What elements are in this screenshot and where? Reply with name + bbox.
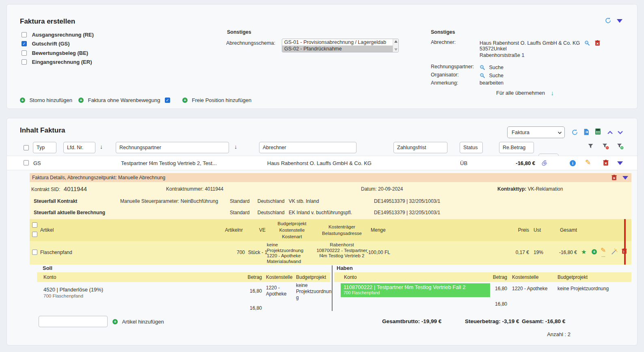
delete-abrechner-icon[interactable] (595, 40, 600, 46)
edit-article-icon[interactable]: ✎ (601, 247, 606, 253)
article-select-all-checkbox-2[interactable] (32, 232, 37, 237)
col-ve: VE (259, 227, 266, 233)
sort-down-icon[interactable]: ↓ (234, 143, 237, 150)
row-rebetrag: -16,80 € (495, 160, 535, 166)
refresh-icon[interactable] (605, 17, 612, 24)
scroll-up-icon[interactable] (394, 40, 398, 43)
kontrakt-sid: Kontrakt SID: 4011944 (31, 185, 87, 193)
export-icon[interactable] (583, 128, 590, 135)
steuerfall-param: Manuelle Steuerparameter: Nein (120, 198, 190, 204)
invoice-row[interactable]: GS Testpartner f4m Testlog Vertrieb 2, T… (7, 156, 637, 170)
info-icon[interactable]: i (570, 160, 576, 166)
add-article-input[interactable] (39, 316, 108, 327)
filter-typ-input[interactable] (33, 142, 56, 153)
article-ust: 19% (534, 250, 543, 255)
filter-status-input[interactable] (460, 142, 483, 153)
add-storno-link[interactable]: + Storno hinzufügen (20, 96, 72, 104)
collapse-row-icon[interactable] (617, 161, 623, 165)
calculator-icon[interactable] (595, 128, 601, 135)
add-article-link[interactable]: + Artikel hinzufügen (112, 318, 164, 325)
collapse-panel-icon[interactable] (617, 19, 622, 23)
filter-icon[interactable] (588, 143, 594, 149)
move-up-icon[interactable] (607, 130, 613, 135)
invoice-content-panel: Inhalt Faktura Faktura (6, 118, 638, 345)
filter-zahlungsfrist-input[interactable] (393, 142, 447, 153)
search-icon[interactable] (480, 73, 485, 78)
bewertungsbeleg-checkbox[interactable] (22, 50, 27, 56)
more-options[interactable]: ... (601, 253, 605, 258)
haben-col-konto: Konto (344, 274, 357, 280)
col-artikelnr: Artikelnr (210, 227, 243, 233)
apply-all-down-icon[interactable]: ↓ (551, 89, 554, 96)
apply-all-label[interactable]: Für alle übernehmen (496, 90, 545, 96)
filter-lfdnr-input[interactable] (63, 142, 95, 153)
col-kostentraeger: Kostenträger Belastungsadresse (316, 224, 367, 237)
haben-kostenstelle: 1220 - Apotheke (512, 286, 547, 291)
scroll-down-icon[interactable] (394, 48, 398, 51)
add-icon[interactable]: + (78, 98, 84, 103)
article-preis: 0,17 € (497, 250, 529, 255)
filter-abrechner-input[interactable] (259, 142, 357, 153)
sonstiges-heading-right: Sonstiges (431, 29, 455, 35)
organisator-search[interactable]: Suche (480, 72, 504, 79)
edit-icon[interactable]: ✎ (585, 159, 591, 165)
add-icon[interactable]: + (20, 98, 25, 103)
abrechner-value-row: Haus Rabenhorst O. Lauffs GmbH & Co. KG (480, 39, 600, 46)
kontraktnummer: Kontraktnummer: 4011944 (166, 186, 223, 192)
eingangsrechnung-checkbox[interactable] (22, 59, 27, 65)
anmerkung-label: Anmerkung: (431, 80, 458, 86)
delete-details-icon[interactable] (612, 175, 617, 180)
search-icon[interactable] (584, 40, 590, 46)
details-bar-title: Faktura Details, Abrechnungszeitpunkt: M… (32, 175, 165, 180)
schema-option-gs02[interactable]: GS-02 - Pfandrücknahme (282, 46, 393, 52)
filter-rebetrag-input[interactable] (499, 142, 534, 153)
refresh-icon[interactable] (571, 129, 578, 136)
bearbeiten-link[interactable]: bearbeiten (480, 80, 504, 86)
row-checkbox[interactable] (24, 160, 29, 165)
listbox-scrollbar[interactable] (393, 39, 398, 52)
delete-icon[interactable] (603, 160, 609, 166)
soll-total: 16,80 (234, 305, 262, 311)
add-icon[interactable]: + (182, 98, 188, 103)
filter-add-icon[interactable] (617, 143, 624, 150)
suche-link[interactable]: Suche (489, 65, 503, 70)
soll-title: Soll (43, 265, 52, 271)
col-ust: Ust (534, 227, 541, 233)
soll-konto-sub: 700 Flaschenpfand (43, 293, 83, 298)
filter-remove-icon[interactable] (602, 143, 609, 150)
collapse-details-icon[interactable] (622, 176, 628, 180)
ausgangsrechnung-checkbox[interactable] (22, 32, 27, 37)
article-select-all-checkbox[interactable] (32, 222, 37, 228)
schema-option-gs01[interactable]: GS-01 - Provisionsabrechnung / Lagergeld… (282, 39, 393, 46)
col-gesamt: Gesamt (553, 227, 577, 233)
haben-col-betrag: Betrag (480, 274, 507, 280)
filter-rechnungspartner-input[interactable] (116, 142, 229, 153)
wand-icon[interactable] (611, 248, 618, 255)
article-checkbox[interactable] (32, 250, 37, 255)
attachment-icon[interactable] (541, 160, 548, 166)
favorite-icon[interactable]: ★ (581, 249, 586, 255)
add-free-position-link[interactable]: + Freie Position hinzufügen (182, 96, 251, 104)
gutschrift-checkbox[interactable]: ✓ (22, 41, 27, 46)
apply-all-row[interactable]: Für alle übernehmen ↓ (496, 89, 554, 96)
rechnungspartner-search[interactable]: Suche (480, 63, 504, 71)
add-icon[interactable]: + (112, 319, 118, 324)
move-down-icon[interactable] (617, 130, 623, 135)
col-preis: Preis (501, 227, 529, 233)
select-all-checkbox[interactable] (24, 145, 29, 150)
view-select[interactable]: Faktura (507, 126, 565, 138)
ohne-warenbewegung-checkbox[interactable]: ✓ (165, 98, 170, 103)
haben-col-budget: Budgetprojekt (558, 274, 588, 280)
haben-col-kostenstelle: Kostenstelle (512, 274, 538, 280)
suche-link[interactable]: Suche (489, 73, 503, 78)
haben-budget: keine Projektzuordnung (558, 286, 609, 291)
sort-down-icon[interactable]: ↓ (100, 143, 103, 150)
abrechnungsschema-listbox[interactable]: GS-01 - Provisionsabrechnung / Lagergeld… (282, 39, 399, 52)
soll-col-kostenstelle: Kostenstelle (266, 274, 292, 280)
add-position-icon[interactable]: + (592, 249, 597, 254)
datum: Datum: 20-09-2024 (361, 186, 403, 192)
steuerfall-mode: Standard (230, 198, 250, 204)
search-icon[interactable] (480, 65, 485, 70)
faktura-ohne-warenbewegung: + Faktura ohne Warenbewegung ✓ (78, 96, 170, 104)
col-budgetprojekt: Budgetprojekt Kostenstelle Kostenart (268, 220, 316, 240)
